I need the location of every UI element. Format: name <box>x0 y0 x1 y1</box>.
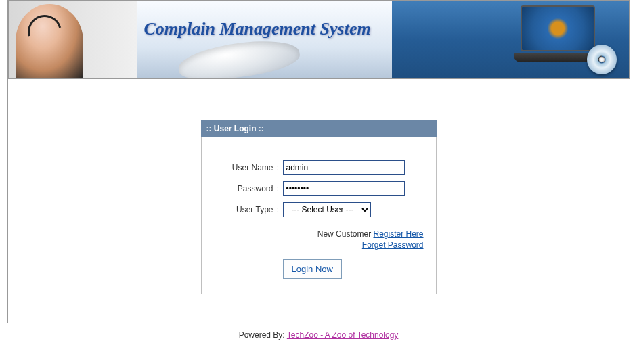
footer-link[interactable]: TechZoo - A Zoo of Technology <box>287 330 399 340</box>
login-button[interactable]: Login Now <box>283 259 342 279</box>
page-wrapper: Complain Management System :: User Login… <box>7 0 630 323</box>
banner-mid: Complain Management System <box>137 1 392 78</box>
header-banner: Complain Management System <box>8 1 630 79</box>
usertype-label: User Type <box>214 205 273 214</box>
button-row: Login Now <box>214 259 424 279</box>
username-input[interactable] <box>283 160 405 175</box>
disc-icon <box>587 45 617 74</box>
content-area: :: User Login :: User Name : Password : … <box>8 79 630 323</box>
new-customer-text: New Customer <box>317 229 374 239</box>
banner-left-graphic <box>9 1 137 78</box>
usertype-select[interactable]: --- Select User --- <box>283 202 371 217</box>
forget-password-link[interactable]: Forget Password <box>362 240 424 250</box>
password-label: Password <box>214 184 273 194</box>
register-row: New Customer Register Here <box>214 229 424 239</box>
login-box-body: User Name : Password : User Type : --- S… <box>201 137 437 294</box>
username-label: User Name <box>214 163 273 173</box>
site-title: Complain Management System <box>144 19 371 39</box>
login-box: :: User Login :: User Name : Password : … <box>201 120 437 294</box>
login-box-title: :: User Login :: <box>201 120 437 137</box>
mouse-icon <box>176 35 301 79</box>
banner-right <box>392 1 629 78</box>
footer: Powered By: TechZoo - A Zoo of Technolog… <box>0 323 637 345</box>
register-link[interactable]: Register Here <box>373 229 423 239</box>
forget-row: Forget Password <box>214 240 424 250</box>
row-password: Password : <box>214 181 424 196</box>
row-username: User Name : <box>214 160 424 175</box>
row-usertype: User Type : --- Select User --- <box>214 202 424 217</box>
password-input[interactable] <box>283 181 405 196</box>
footer-prefix: Powered By: <box>239 330 287 340</box>
